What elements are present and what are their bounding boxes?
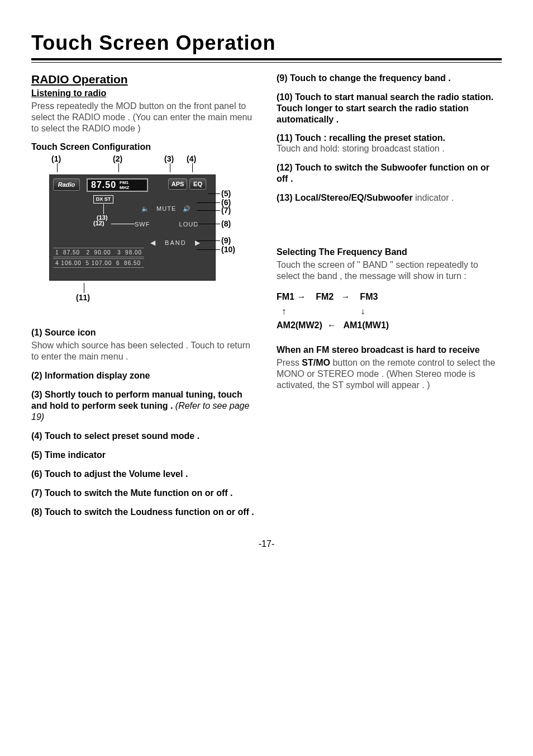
line-9 — [197, 240, 220, 241]
preset-list: 1 87.50 2 90.00 3 98.00 4 106.00 5 107.0… — [53, 248, 144, 269]
callout-8: (8) — [221, 219, 231, 228]
paragraph-fm-stereo: Press ST/MO button on the remote control… — [277, 357, 502, 391]
line-6 — [197, 202, 220, 203]
item-9: (9) Touch to change the frequency band . — [277, 73, 502, 84]
mute-button[interactable]: MUTE — [156, 205, 176, 212]
paragraph-selecting-band: Touch the screen of " BAND " section rep… — [277, 259, 502, 282]
band-cycle-diagram: FM1 → FM2 → FM3 ↑ ↓ AM2(MW2) ← AM1(MW1) — [277, 290, 502, 333]
touchscreen-diagram: (1) (2) (3) (4) Radio 87.50 — [31, 154, 232, 316]
item-8: (8) Touch to switch the Loudness functio… — [31, 507, 256, 518]
callout-7: (7) — [221, 206, 231, 215]
loudness-button[interactable]: LOUD — [179, 221, 199, 228]
callout-1: (1) — [51, 154, 61, 163]
band-label: FM1 MHZ — [116, 180, 129, 190]
item-1-heading: (1) Source icon — [31, 328, 256, 338]
subheading-fm-stereo: When an FM stereo broadcast is hard to r… — [277, 345, 502, 355]
cycle-row-3: AM2(MW2) ← AM1(MW1) — [277, 318, 502, 333]
item-1-text: Show which source has been selected . To… — [31, 340, 256, 362]
line-7 — [197, 210, 220, 211]
subheading-listening: Listening to radio — [31, 88, 256, 98]
line-8 — [197, 224, 220, 224]
callout-12: (12) — [93, 220, 104, 226]
cycle-fm3: FM3 — [360, 292, 378, 301]
top-button-row: Radio 87.50 FM1 MHZ APS EQ — [50, 178, 215, 193]
section-heading-radio: RADIO Operation — [31, 73, 256, 86]
vertical-spacer — [277, 211, 502, 247]
item-3: (3) Shortly touch to perform manual tuni… — [31, 389, 256, 423]
callout-line-12 — [111, 224, 135, 224]
line-11 — [84, 283, 84, 293]
title-divider — [31, 58, 502, 63]
item-10: (10) Touch to start manual search the ra… — [277, 92, 502, 125]
cycle-am1: AM1(MW1) — [343, 320, 389, 330]
callout-4: (4) — [187, 154, 196, 163]
tick-4 — [192, 163, 193, 172]
cycle-fm2: FM2 — [316, 292, 334, 301]
callout-5: (5) — [221, 189, 231, 198]
line-10 — [197, 249, 220, 250]
two-column-layout: RADIO Operation Listening to radio Press… — [31, 73, 502, 526]
callout-line-13 — [103, 204, 104, 214]
item-4: (4) Touch to select preset sound mode . — [31, 431, 256, 442]
cycle-row-1: FM1 → FM2 → FM3 — [277, 290, 502, 304]
preset-row-2[interactable]: 4 106.00 5 107.00 6 86.50 — [53, 258, 144, 268]
frequency-display[interactable]: 87.50 FM1 MHZ — [87, 178, 148, 192]
eq-button[interactable]: EQ — [189, 178, 206, 190]
speaker-down-icon[interactable]: 🔈 — [141, 205, 150, 212]
prev-arrow-icon[interactable]: ◀ — [150, 239, 156, 247]
frequency-value: 87.50 — [88, 180, 116, 190]
item-13-text: indicator . — [413, 193, 454, 202]
tick-2 — [118, 163, 119, 172]
diagram-top-labels: (1) (2) (3) (4) — [31, 154, 232, 173]
line-5 — [208, 193, 220, 194]
volume-mute-row[interactable]: 🔈 MUTE 🔊 — [139, 205, 193, 212]
item-11-bold: (11) Touch : recalling the preset statio… — [277, 133, 502, 143]
tick-3 — [170, 163, 170, 172]
preset-row-1[interactable]: 1 87.50 2 90.00 3 98.00 — [53, 248, 144, 257]
callout-9: (9) — [221, 236, 231, 245]
item-5: (5) Time indicator — [31, 450, 256, 461]
speaker-up-icon[interactable]: 🔊 — [183, 205, 191, 212]
page: Touch Screen Operation RADIO Operation L… — [0, 0, 533, 563]
item-11: (11) Touch : recalling the preset statio… — [277, 133, 502, 154]
band-button[interactable]: BAND — [165, 239, 187, 246]
page-title: Touch Screen Operation — [31, 31, 502, 55]
stereo-stmo-bold: ST/MO — [302, 358, 330, 367]
item-12: (12) Touch to switch the Subwoofer funct… — [277, 162, 502, 185]
stereo-text-a: Press — [277, 358, 302, 367]
item-13-bold: (13) Local/Stereo/EQ/Subwoofer — [277, 193, 413, 202]
aps-button[interactable]: APS — [168, 178, 187, 190]
subheading-selecting-band: Selecting The Frequency Band — [277, 247, 502, 257]
item-6: (6) Touch to adjust the Volume level . — [31, 469, 256, 480]
swf-loud-row: SWF LOUD — [135, 221, 198, 228]
right-column: (9) Touch to change the frequency band .… — [277, 73, 502, 526]
callout-11: (11) — [76, 293, 90, 302]
item-11-text: Touch and hold: storing broadcast statio… — [277, 143, 502, 154]
cycle-am2: AM2(MW2) — [277, 320, 322, 330]
callout-2: (2) — [113, 154, 122, 163]
tick-1 — [57, 163, 58, 172]
page-number: -17- — [31, 539, 502, 549]
touchscreen-mock: Radio 87.50 FM1 MHZ APS EQ DX ST — [49, 174, 216, 281]
subheading-config: Touch Screen Configuration — [31, 142, 256, 152]
item-13: (13) Local/Stereo/EQ/Subwoofer indicator… — [277, 192, 502, 204]
subwoofer-button[interactable]: SWF — [135, 221, 150, 228]
band-small: FM1 — [120, 180, 129, 185]
cycle-fm1: FM1 — [277, 292, 294, 301]
callout-3: (3) — [164, 154, 174, 163]
band-control-row: ◀ BAND ▶ — [150, 239, 201, 247]
mhz-label: MHZ — [120, 185, 129, 190]
paragraph-listening: Press repeatedly the MOD button on the f… — [31, 101, 256, 134]
callout-10: (10) — [221, 245, 235, 254]
left-column: RADIO Operation Listening to radio Press… — [31, 73, 256, 526]
cycle-row-2: ↑ ↓ — [277, 304, 502, 319]
source-icon-button[interactable]: Radio — [53, 178, 80, 191]
item-7: (7) Touch to switch the Mute function on… — [31, 488, 256, 499]
dx-st-indicator: DX ST — [93, 195, 113, 204]
item-2: (2) Information display zone — [31, 370, 256, 381]
